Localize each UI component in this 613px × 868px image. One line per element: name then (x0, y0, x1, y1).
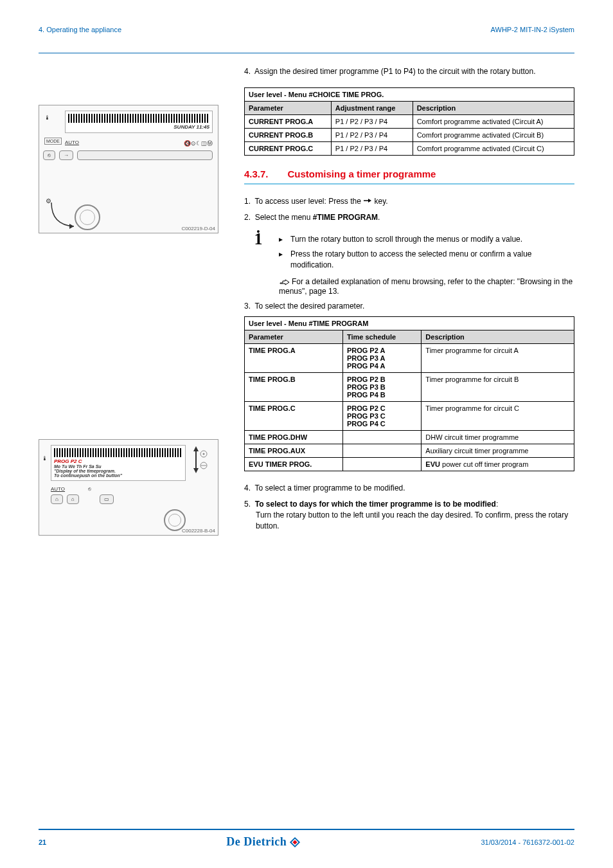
step-5-bold: To select to days for which the timer pr… (255, 500, 496, 509)
page-footer: 21 De Dietrich 31/03/2014 - 7616372-001-… (39, 829, 574, 849)
cell: PROG P2 A PROG P3 A PROG P4 A (347, 347, 386, 370)
section-437-heading: 4.3.7. Customising a timer programme (244, 168, 574, 179)
section-number: 4.3.7. (244, 168, 269, 179)
cell (342, 444, 421, 458)
exit-button-icon: ⎋ (43, 150, 55, 160)
table-row: TIME PROG.DHW DHW circuit timer programm… (245, 431, 574, 444)
table-row: TIME PROG.A PROG P2 A PROG P3 A PROG P4 … (245, 344, 574, 373)
cell: Comfort programme activated (Circuit B) (413, 128, 574, 141)
arrow-button-icon: → (59, 150, 73, 160)
choice-time-prog-table: User level - Menu #CHOICE TIME PROG. Par… (244, 87, 574, 156)
right-arrow-icon (363, 197, 372, 204)
section-underline (244, 183, 574, 185)
time-program-table: User level - Menu #TIME PROGRAM Paramete… (244, 316, 574, 471)
cell: Comfort programme activated (Circuit A) (413, 114, 574, 128)
table1-title: User level - Menu #CHOICE TIME PROG. (245, 87, 574, 101)
cell: Comfort programme activated (Circuit C) (413, 141, 574, 155)
cell: TIME PROG.AUX (249, 447, 305, 455)
page-number: 21 (39, 838, 46, 846)
lcd-days: Mo Tu We Th Fr Sa Su (54, 464, 182, 469)
right-column: 4. Assign the desired timer programme (P… (244, 66, 574, 537)
section-title-text: Customising a timer programme (288, 168, 436, 179)
step-2-text-a: Select the menu (255, 213, 313, 222)
page-header: 4. Operating the appliance AWHP-2 MIT-IN… (39, 26, 574, 53)
lcd-time: SUNDAY 11:45 (68, 124, 209, 130)
table-row: CURRENT PROG.B P1 / P2 / P3 / P4 Comfort… (245, 128, 574, 141)
step-5-body: Turn the rotary button to the left until… (256, 510, 574, 532)
btn-icon-a: ⌂ (51, 494, 63, 504)
svg-point-5 (203, 453, 205, 455)
step-1-text-a: To access user level: Press the (254, 197, 363, 206)
blank-button (77, 150, 213, 160)
step-2: 2. Select the menu #TIME PROGRAM. (244, 212, 574, 223)
control-panel-diagram-1: SUNDAY 11:45 🌡 MODE AUTO 🔇⊙☾◫Ⓜ ⎋ → ⚙ C00… (39, 105, 218, 233)
step-4-top: 4. Assign the desired timer programme (P… (244, 66, 574, 77)
table2-col-schedule: Time schedule (342, 330, 421, 344)
header-section: 4. Operating the appliance (39, 26, 121, 33)
cell: CURRENT PROG.C (249, 145, 313, 152)
cell: EVU TIMER PROG. (249, 460, 312, 468)
cell: Timer programme for circuit C (422, 402, 574, 431)
step-5-colon: : (496, 500, 498, 509)
cell: TIME PROG.A (249, 347, 296, 354)
table-row: TIME PROG.C PROG P2 C PROG P3 C PROG P4 … (245, 402, 574, 431)
table-row: TIME PROG.B PROG P2 B PROG P3 B PROG P4 … (245, 373, 574, 402)
diamond-icon (289, 836, 301, 848)
main-content: SUNDAY 11:45 🌡 MODE AUTO 🔇⊙☾◫Ⓜ ⎋ → ⚙ C00… (39, 66, 574, 537)
cell (342, 431, 421, 444)
auto-label: AUTO (65, 140, 79, 148)
step-4-top-text: Assign the desired timer programme (P1 t… (254, 67, 536, 76)
btn-icon-c: ▭ (100, 494, 114, 504)
cell: TIME PROG.B (249, 375, 296, 383)
table1-col-desc: Description (413, 101, 574, 114)
brand-name: De Dietrich (226, 835, 287, 849)
cell-rest: power cut off timer program (440, 460, 528, 468)
svg-marker-2 (193, 446, 199, 451)
step-1-text-b: key. (372, 197, 387, 206)
cell: Timer programme for circuit A (422, 344, 574, 373)
table2-col-parameter: Parameter (245, 330, 343, 344)
lcd-msg2: To continuepush on the button" (54, 473, 182, 478)
table2-col-desc: Description (422, 330, 574, 344)
step-4-text: To select a timer programme to be modifi… (254, 484, 405, 493)
cell: P1 / P2 / P3 / P4 (331, 128, 413, 141)
control-panel-diagram-2: PROG P2 C Mo Tu We Th Fr Sa Su "Display … (39, 439, 218, 536)
table1-col-parameter: Parameter (245, 101, 332, 114)
info-note: For a detailed explanation of menu brows… (279, 277, 574, 296)
step-2-menu: #TIME PROGRAM (313, 213, 378, 222)
cell: CURRENT PROG.B (249, 131, 313, 139)
cell: PROG P2 C PROG P3 C PROG P4 C (347, 404, 386, 428)
step-2-text-c: . (378, 213, 380, 222)
table2-title: User level - Menu #TIME PROGRAM (245, 317, 574, 330)
svg-marker-3 (193, 468, 199, 473)
table-row: CURRENT PROG.C P1 / P2 / P3 / P4 Comfort… (245, 141, 574, 155)
step-5: 5. To select to days for which the timer… (244, 499, 574, 531)
cell-bold: EVU (425, 460, 440, 468)
updown-arrow-icon (192, 445, 208, 475)
step-3-text: To select the desired parameter. (254, 302, 364, 311)
step-1: 1. To access user level: Press the key. (244, 196, 574, 207)
cell: PROG P2 B PROG P3 B PROG P4 B (347, 375, 386, 399)
cell: EVU power cut off timer program (422, 458, 574, 471)
table1-col-range: Adjustment range (331, 101, 413, 114)
cell (342, 458, 421, 471)
info-bullet-1: Turn the rotary button to scroll through… (279, 234, 574, 245)
cell: Auxiliary circuit timer programme (422, 444, 574, 458)
lcd-msg1: "Display of the timeprogram. (54, 469, 182, 473)
table-row: TIME PROG.AUX Auxiliary circuit timer pr… (245, 444, 574, 458)
svg-marker-8 (368, 199, 371, 203)
brand-logo: De Dietrich (226, 835, 301, 849)
diagram-code-2: C002228-B-04 (182, 528, 215, 534)
diagram-code-1: C002219-D-04 (182, 226, 215, 231)
auto-label-2: AUTO (51, 486, 65, 492)
step-4-bottom: 4. To select a timer programme to be mod… (244, 483, 574, 494)
cell: Timer programme for circuit B (422, 373, 574, 402)
cell: DHW circuit timer programme (422, 431, 574, 444)
step-3: 3. To select the desired parameter. (244, 301, 574, 312)
svg-marker-0 (69, 224, 74, 229)
cell: TIME PROG.DHW (249, 433, 307, 441)
info-bullet-2: Press the rotary button to access the se… (279, 249, 574, 271)
footer-rule (39, 829, 574, 830)
header-rule (39, 53, 574, 53)
info-icon: 1 (251, 228, 266, 244)
